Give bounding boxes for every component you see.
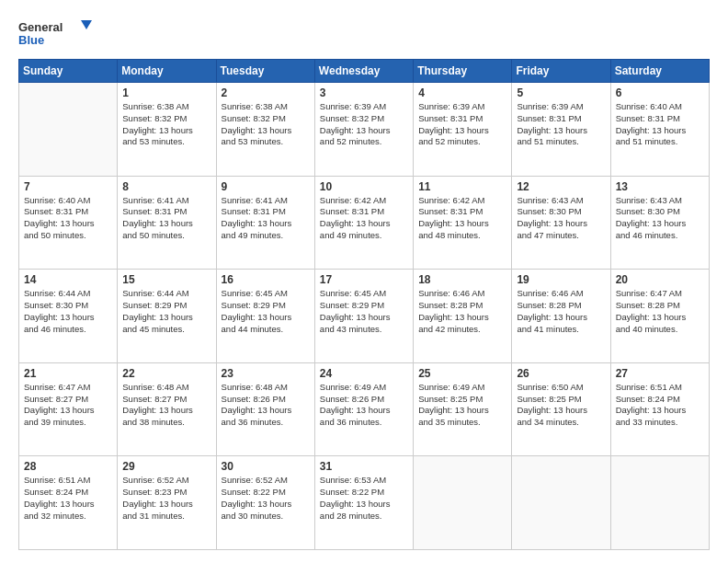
calendar-cell: 8Sunrise: 6:41 AMSunset: 8:31 PMDaylight… xyxy=(118,176,216,270)
day-number: 6 xyxy=(616,86,704,99)
calendar-cell: 24Sunrise: 6:49 AMSunset: 8:26 PMDayligh… xyxy=(314,362,413,456)
header-day-tuesday: Tuesday xyxy=(216,60,314,83)
calendar-cell: 2Sunrise: 6:38 AMSunset: 8:32 PMDaylight… xyxy=(216,83,314,177)
day-number: 4 xyxy=(418,86,506,99)
cell-details: Sunrise: 6:45 AMSunset: 8:29 PMDaylight:… xyxy=(222,288,310,335)
calendar-cell: 1Sunrise: 6:38 AMSunset: 8:32 PMDaylight… xyxy=(118,83,216,177)
svg-text:General: General xyxy=(18,20,63,34)
day-number: 28 xyxy=(24,460,112,473)
day-number: 10 xyxy=(320,180,408,193)
calendar-cell: 19Sunrise: 6:46 AMSunset: 8:28 PMDayligh… xyxy=(512,270,610,363)
cell-details: Sunrise: 6:47 AMSunset: 8:28 PMDaylight:… xyxy=(616,288,704,335)
day-number: 2 xyxy=(222,86,310,99)
cell-details: Sunrise: 6:51 AMSunset: 8:24 PMDaylight:… xyxy=(24,475,112,522)
cell-details: Sunrise: 6:52 AMSunset: 8:23 PMDaylight:… xyxy=(122,475,210,522)
calendar-cell: 25Sunrise: 6:49 AMSunset: 8:25 PMDayligh… xyxy=(414,362,512,456)
cell-details: Sunrise: 6:50 AMSunset: 8:25 PMDaylight:… xyxy=(517,382,605,429)
calendar-cell xyxy=(19,83,118,177)
cell-details: Sunrise: 6:45 AMSunset: 8:29 PMDaylight:… xyxy=(320,288,408,335)
day-number: 19 xyxy=(517,273,605,286)
calendar-cell: 30Sunrise: 6:52 AMSunset: 8:22 PMDayligh… xyxy=(216,456,314,550)
cell-details: Sunrise: 6:49 AMSunset: 8:26 PMDaylight:… xyxy=(320,382,408,429)
svg-text:Blue: Blue xyxy=(18,33,44,47)
calendar-cell xyxy=(610,456,709,550)
day-number: 31 xyxy=(320,460,408,473)
calendar-cell: 14Sunrise: 6:44 AMSunset: 8:30 PMDayligh… xyxy=(19,270,118,363)
calendar-cell: 28Sunrise: 6:51 AMSunset: 8:24 PMDayligh… xyxy=(19,456,118,550)
cell-details: Sunrise: 6:47 AMSunset: 8:27 PMDaylight:… xyxy=(24,382,112,429)
cell-details: Sunrise: 6:39 AMSunset: 8:31 PMDaylight:… xyxy=(418,101,506,148)
calendar-cell: 21Sunrise: 6:47 AMSunset: 8:27 PMDayligh… xyxy=(19,362,118,456)
cell-details: Sunrise: 6:46 AMSunset: 8:28 PMDaylight:… xyxy=(517,288,605,335)
calendar-cell: 17Sunrise: 6:45 AMSunset: 8:29 PMDayligh… xyxy=(314,270,413,363)
cell-details: Sunrise: 6:38 AMSunset: 8:32 PMDaylight:… xyxy=(122,101,210,148)
cell-details: Sunrise: 6:38 AMSunset: 8:32 PMDaylight:… xyxy=(222,101,310,148)
day-number: 17 xyxy=(320,273,408,286)
cell-details: Sunrise: 6:40 AMSunset: 8:31 PMDaylight:… xyxy=(24,195,112,242)
calendar-cell: 11Sunrise: 6:42 AMSunset: 8:31 PMDayligh… xyxy=(414,176,512,270)
cell-details: Sunrise: 6:42 AMSunset: 8:31 PMDaylight:… xyxy=(320,195,408,242)
calendar-cell: 3Sunrise: 6:39 AMSunset: 8:32 PMDaylight… xyxy=(314,83,413,177)
day-number: 11 xyxy=(418,180,506,193)
svg-marker-2 xyxy=(81,20,92,29)
day-number: 9 xyxy=(222,180,310,193)
calendar-week-3: 14Sunrise: 6:44 AMSunset: 8:30 PMDayligh… xyxy=(19,270,710,363)
day-number: 18 xyxy=(418,273,506,286)
calendar-table: SundayMondayTuesdayWednesdayThursdayFrid… xyxy=(18,59,710,550)
day-number: 15 xyxy=(122,273,210,286)
calendar-cell: 18Sunrise: 6:46 AMSunset: 8:28 PMDayligh… xyxy=(414,270,512,363)
calendar-cell: 9Sunrise: 6:41 AMSunset: 8:31 PMDaylight… xyxy=(216,176,314,270)
day-number: 7 xyxy=(24,180,112,193)
header-day-wednesday: Wednesday xyxy=(314,60,413,83)
cell-details: Sunrise: 6:51 AMSunset: 8:24 PMDaylight:… xyxy=(616,382,704,429)
day-number: 25 xyxy=(418,367,506,380)
day-number: 12 xyxy=(517,180,605,193)
cell-details: Sunrise: 6:43 AMSunset: 8:30 PMDaylight:… xyxy=(517,195,605,242)
day-number: 22 xyxy=(122,367,210,380)
calendar-cell: 4Sunrise: 6:39 AMSunset: 8:31 PMDaylight… xyxy=(414,83,512,177)
day-number: 26 xyxy=(517,367,605,380)
header-day-saturday: Saturday xyxy=(610,60,709,83)
calendar-cell xyxy=(512,456,610,550)
calendar-cell: 26Sunrise: 6:50 AMSunset: 8:25 PMDayligh… xyxy=(512,362,610,456)
day-number: 30 xyxy=(222,460,310,473)
day-number: 23 xyxy=(222,367,310,380)
day-number: 5 xyxy=(517,86,605,99)
calendar-week-5: 28Sunrise: 6:51 AMSunset: 8:24 PMDayligh… xyxy=(19,456,710,550)
calendar-cell: 13Sunrise: 6:43 AMSunset: 8:30 PMDayligh… xyxy=(610,176,709,270)
calendar-cell: 31Sunrise: 6:53 AMSunset: 8:22 PMDayligh… xyxy=(314,456,413,550)
calendar-cell: 15Sunrise: 6:44 AMSunset: 8:29 PMDayligh… xyxy=(118,270,216,363)
calendar-cell: 22Sunrise: 6:48 AMSunset: 8:27 PMDayligh… xyxy=(118,362,216,456)
day-number: 21 xyxy=(24,367,112,380)
calendar-header-row: SundayMondayTuesdayWednesdayThursdayFrid… xyxy=(19,60,710,83)
cell-details: Sunrise: 6:44 AMSunset: 8:30 PMDaylight:… xyxy=(24,288,112,335)
cell-details: Sunrise: 6:44 AMSunset: 8:29 PMDaylight:… xyxy=(122,288,210,335)
cell-details: Sunrise: 6:46 AMSunset: 8:28 PMDaylight:… xyxy=(418,288,506,335)
cell-details: Sunrise: 6:42 AMSunset: 8:31 PMDaylight:… xyxy=(418,195,506,242)
page: General Blue SundayMondayTuesdayWednesda… xyxy=(0,0,728,563)
calendar-cell: 29Sunrise: 6:52 AMSunset: 8:23 PMDayligh… xyxy=(118,456,216,550)
day-number: 8 xyxy=(122,180,210,193)
day-number: 24 xyxy=(320,367,408,380)
day-number: 20 xyxy=(616,273,704,286)
calendar-cell: 20Sunrise: 6:47 AMSunset: 8:28 PMDayligh… xyxy=(610,270,709,363)
calendar-week-1: 1Sunrise: 6:38 AMSunset: 8:32 PMDaylight… xyxy=(19,83,710,177)
calendar-week-4: 21Sunrise: 6:47 AMSunset: 8:27 PMDayligh… xyxy=(19,362,710,456)
cell-details: Sunrise: 6:43 AMSunset: 8:30 PMDaylight:… xyxy=(616,195,704,242)
day-number: 16 xyxy=(222,273,310,286)
cell-details: Sunrise: 6:41 AMSunset: 8:31 PMDaylight:… xyxy=(222,195,310,242)
day-number: 27 xyxy=(616,367,704,380)
calendar-cell: 10Sunrise: 6:42 AMSunset: 8:31 PMDayligh… xyxy=(314,176,413,270)
cell-details: Sunrise: 6:39 AMSunset: 8:32 PMDaylight:… xyxy=(320,101,408,148)
header-day-sunday: Sunday xyxy=(19,60,118,83)
header-day-thursday: Thursday xyxy=(414,60,512,83)
cell-details: Sunrise: 6:48 AMSunset: 8:26 PMDaylight:… xyxy=(222,382,310,429)
logo-svg: General Blue xyxy=(18,17,92,50)
header: General Blue xyxy=(18,17,710,50)
calendar-cell: 6Sunrise: 6:40 AMSunset: 8:31 PMDaylight… xyxy=(610,83,709,177)
day-number: 3 xyxy=(320,86,408,99)
cell-details: Sunrise: 6:40 AMSunset: 8:31 PMDaylight:… xyxy=(616,101,704,148)
cell-details: Sunrise: 6:39 AMSunset: 8:31 PMDaylight:… xyxy=(517,101,605,148)
day-number: 29 xyxy=(122,460,210,473)
header-day-monday: Monday xyxy=(118,60,216,83)
